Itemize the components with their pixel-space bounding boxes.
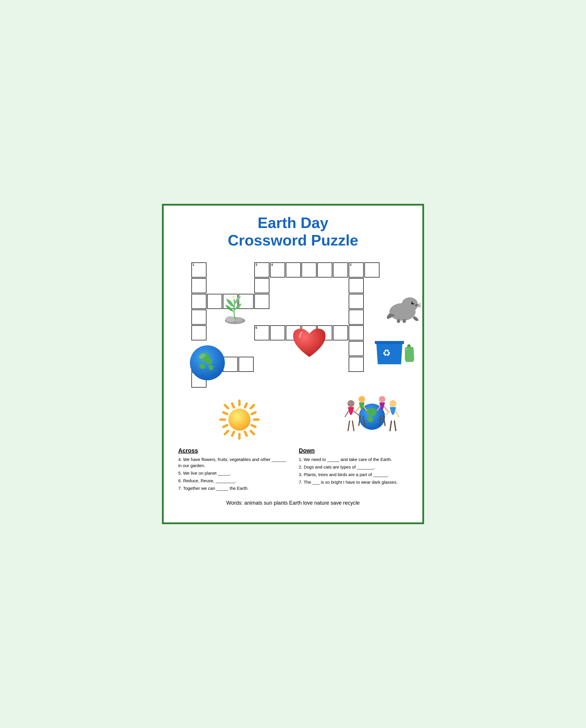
across-title: Across <box>178 447 287 454</box>
heart-illustration <box>289 325 330 364</box>
people-earth-illustration <box>343 388 401 441</box>
down-clue-1: 1. We need to _____ and take care of the… <box>299 456 408 462</box>
svg-line-55 <box>384 407 388 412</box>
svg-point-7 <box>230 297 233 300</box>
svg-line-34 <box>232 432 234 436</box>
svg-line-25 <box>251 431 254 434</box>
puzzle-area: 1 3 4 2 <box>175 258 411 439</box>
cell-4-3[interactable] <box>317 262 332 278</box>
word-bank: Words: animals sun plants Earth love nat… <box>175 500 411 506</box>
cell-2d-3[interactable] <box>349 310 364 325</box>
cell-6-1[interactable] <box>270 325 285 340</box>
cell-1-2[interactable] <box>192 294 206 309</box>
svg-point-15 <box>413 302 414 303</box>
cell-4-6[interactable] <box>364 262 380 278</box>
svg-line-46 <box>390 421 391 431</box>
page: Earth Day Crossword Puzzle 1 3 4 <box>162 204 424 524</box>
cell-3-1[interactable] <box>254 278 270 293</box>
across-clue-6: 6. Reduce, Reuse, ________. <box>178 477 287 484</box>
down-title: Down <box>299 447 408 454</box>
earth-globe-illustration <box>188 344 226 383</box>
cell-3-2[interactable] <box>254 294 270 309</box>
cell-4-4[interactable] <box>333 262 348 278</box>
page-title: Earth Day Crossword Puzzle <box>175 214 411 249</box>
svg-point-36 <box>228 409 251 431</box>
svg-line-41 <box>348 421 350 431</box>
svg-line-29 <box>252 412 255 414</box>
across-clues: Across 4. We have flowers, fruits, veget… <box>178 447 287 493</box>
down-clues: Down 1. We need to _____ and take care o… <box>299 447 408 493</box>
svg-line-49 <box>356 407 360 412</box>
across-clue-5: 5. We live on planet _____. <box>178 470 287 476</box>
cell-4-2[interactable] <box>302 262 316 278</box>
svg-text:♻: ♻ <box>382 348 391 358</box>
cell-2d-6[interactable] <box>349 357 364 372</box>
cell-4-5[interactable]: 2 <box>349 262 364 278</box>
cell-7-3[interactable] <box>238 357 254 372</box>
cell-2d-1[interactable] <box>349 278 364 293</box>
seal-illustration <box>384 291 422 325</box>
svg-point-2 <box>235 317 243 322</box>
across-clue-4: 4. We have flowers, fruits, vegetables a… <box>178 456 287 469</box>
cell-1-4[interactable] <box>192 325 206 340</box>
svg-line-30 <box>232 404 234 407</box>
svg-line-31 <box>245 404 247 407</box>
svg-line-17 <box>418 304 421 305</box>
svg-line-35 <box>245 432 247 436</box>
cell-6-0[interactable]: 6 <box>254 325 270 340</box>
svg-line-32 <box>223 425 227 427</box>
clues-section: Across 4. We have flowers, fruits, veget… <box>175 447 411 493</box>
svg-line-47 <box>394 421 396 431</box>
svg-line-24 <box>225 405 228 408</box>
svg-line-45 <box>395 411 399 417</box>
svg-line-26 <box>251 405 254 408</box>
cell-1-3[interactable] <box>192 310 206 325</box>
recycle-bin-illustration: ♻ <box>374 335 420 371</box>
svg-line-28 <box>223 412 227 414</box>
svg-point-38 <box>348 400 354 407</box>
svg-point-53 <box>379 396 385 402</box>
cell-1-1[interactable] <box>192 278 206 293</box>
cell-1-0[interactable]: 1 <box>192 262 206 278</box>
svg-point-48 <box>359 396 365 402</box>
cell-6-5[interactable] <box>333 325 348 340</box>
svg-line-33 <box>252 425 255 427</box>
svg-point-16 <box>415 304 418 306</box>
plant-illustration <box>219 293 251 326</box>
svg-line-39 <box>345 411 349 417</box>
cell-2d-5[interactable] <box>349 341 364 356</box>
cell-3-0[interactable]: 3 <box>254 262 270 278</box>
cell-4-1[interactable] <box>286 262 301 278</box>
svg-line-42 <box>352 421 354 431</box>
svg-point-14 <box>411 302 414 305</box>
svg-point-8 <box>234 297 237 300</box>
sun-illustration <box>218 398 261 443</box>
down-clue-7: 7. The ___ is so bright I have to wear d… <box>299 479 408 485</box>
cell-4-0[interactable]: 4 <box>270 262 285 278</box>
down-clue-2: 2. Dogs and cats are types of _______. <box>299 464 408 470</box>
svg-point-43 <box>389 400 397 407</box>
cell-2d-2[interactable] <box>349 294 364 309</box>
svg-line-27 <box>225 431 228 434</box>
cell-2d-4[interactable] <box>349 325 364 340</box>
across-clue-7: 7. Together we can _____ the Earth. <box>178 485 287 491</box>
down-clue-3: 3. Plants, trees and birds are a part of… <box>299 471 408 477</box>
svg-line-19 <box>418 306 421 307</box>
